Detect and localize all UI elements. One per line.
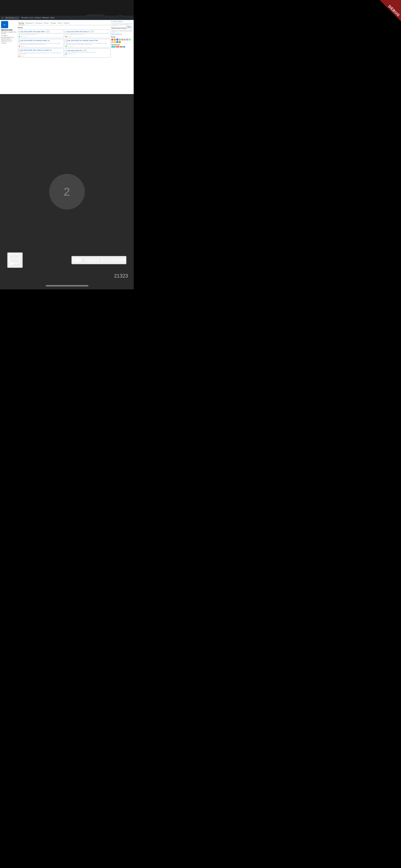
link-icon — [72, 257, 82, 264]
gh-tabs: Overview Repositories 71 Discussions Pro… — [17, 22, 111, 25]
gh-codespaces-link: Codespaces — [34, 17, 41, 19]
gh-repo-card: 📋 zego_uikit_prebuilt_live_streaming_exa… — [65, 39, 110, 48]
top-panel: ⬛ Search or jump to... Pull requests Iss… — [0, 0, 134, 94]
gh-logo: ⬛ — [1, 17, 4, 19]
gh-top-languages — [111, 46, 133, 47]
gh-org-location: 📍 Singapore — [1, 35, 17, 36]
gh-tab-repositories: Repositories 71 — [26, 22, 34, 25]
gh-org-website: https://www.zegocloud.com — [1, 37, 17, 38]
stream-id-top: 21323 — [114, 85, 130, 91]
svg-point-1 — [11, 258, 13, 259]
gh-nav-links: Pull requests Issues Codespaces Marketpl… — [21, 17, 55, 19]
gh-org-tagline: Build real-time engagement into your app… — [1, 31, 17, 34]
gh-repo-card: 📋 zego_uikit_prebuilt_video_conference_e… — [18, 48, 64, 58]
gh-repo-card: 📋 zego_uikit_prebuilt_call_example_m Pub… — [65, 30, 110, 38]
gh-people-avatars — [111, 38, 131, 43]
apply-cohost-text: Apply to co-host — [85, 257, 126, 263]
follow-button[interactable]: Follow — [126, 26, 132, 29]
gh-repo-card: 📋 zego_uikit_prebuilt_web Public zegoclo… — [65, 48, 110, 58]
participant-number: 2 — [64, 185, 70, 198]
gh-tab-discussions: Discussions — [36, 22, 42, 25]
gh-org-sidebar: ZC ZEGOCLOUD Build real-time engagement … — [1, 21, 17, 58]
gh-tab-overview: Overview — [19, 22, 24, 25]
gh-tab-people: People 14 — [64, 22, 70, 25]
gh-tab-teams: Teams 2 — [58, 22, 62, 25]
gh-org-email: global@zegocloud.com — [1, 40, 17, 42]
gh-org-twitter: @ZEGOCLOUD_Dev — [1, 38, 17, 40]
bottom-panel: 2 Apply to co-host 21323 — [0, 94, 134, 289]
gh-explore-link: Explore — [50, 17, 55, 19]
participant-circle: 2 — [49, 174, 85, 210]
gh-main-content: Overview Repositories 71 Discussions Pro… — [17, 21, 111, 58]
github-screenshot: ⬛ Search or jump to... Pull requests Iss… — [0, 16, 134, 94]
gh-navbar: ⬛ Search or jump to... Pull requests Iss… — [0, 16, 134, 20]
gh-marketplace-link: Marketplace — [42, 17, 49, 19]
chat-icon — [9, 254, 21, 267]
apply-cohost-button[interactable]: Apply to co-host — [71, 256, 127, 264]
gh-repos-grid: 📋 zego_uikit_prebuilt_call_example_flutt… — [18, 30, 110, 58]
gh-org-name: ZEGOCLOUD — [1, 29, 17, 31]
bottom-controls: Apply to co-host — [0, 252, 134, 268]
stream-id-bottom: 21323 — [114, 273, 128, 279]
gh-org-meta: 📍 Singapore https://www.zegocloud.com @Z… — [1, 35, 17, 42]
gh-pinned-label: Pinned — [18, 27, 110, 29]
gh-search-placeholder: Search or jump to... — [6, 17, 15, 19]
gh-repo-card: 📋 zego_uikit_prebuilt_live_streaming_exa… — [18, 39, 64, 48]
svg-point-3 — [16, 258, 18, 259]
svg-point-2 — [14, 258, 15, 259]
gh-search-bar: Search or jump to... — [5, 17, 19, 19]
gh-followers-count: 20 followers — [1, 42, 7, 44]
gh-issues-link: Issues — [30, 17, 33, 19]
gh-org-logo: ZC — [1, 21, 8, 28]
gh-pull-requests-link: Pull requests — [21, 17, 29, 19]
home-indicator — [46, 285, 88, 286]
gh-tab-packages: Packages — [51, 22, 56, 25]
gh-tab-projects: Projects 1 — [44, 22, 50, 25]
gh-pinned-section: Pinned 📋 zego_uikit_prebuilt_call_exampl… — [17, 26, 111, 58]
gh-repo-card: 📋 zego_uikit_prebuilt_call_example_flutt… — [18, 30, 64, 38]
gh-followers: 20 followers — [1, 42, 17, 44]
chat-button[interactable] — [7, 252, 23, 268]
